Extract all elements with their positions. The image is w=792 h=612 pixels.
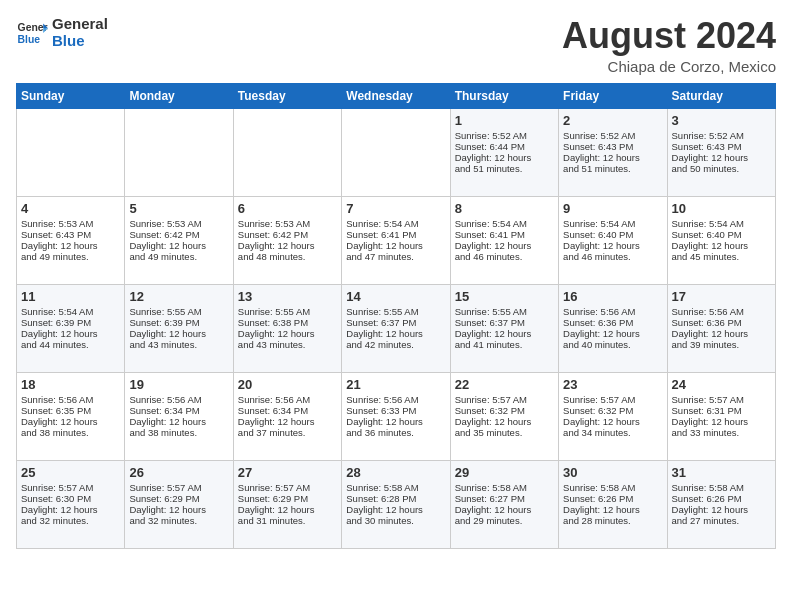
header-cell-wednesday: Wednesday bbox=[342, 83, 450, 108]
day-info-line: Daylight: 12 hours bbox=[129, 504, 228, 515]
day-info-line: Sunrise: 5:57 AM bbox=[455, 394, 554, 405]
day-cell: 5Sunrise: 5:53 AMSunset: 6:42 PMDaylight… bbox=[125, 196, 233, 284]
day-info-line: Daylight: 12 hours bbox=[563, 152, 662, 163]
day-info-line: Sunrise: 5:58 AM bbox=[672, 482, 771, 493]
day-number: 5 bbox=[129, 201, 228, 216]
day-number: 25 bbox=[21, 465, 120, 480]
day-cell: 26Sunrise: 5:57 AMSunset: 6:29 PMDayligh… bbox=[125, 460, 233, 548]
day-info-line: Daylight: 12 hours bbox=[563, 416, 662, 427]
day-number: 26 bbox=[129, 465, 228, 480]
day-info-line: and 46 minutes. bbox=[455, 251, 554, 262]
day-info-line: Sunset: 6:34 PM bbox=[238, 405, 337, 416]
day-info-line: Sunset: 6:30 PM bbox=[21, 493, 120, 504]
day-info-line: and 44 minutes. bbox=[21, 339, 120, 350]
day-info-line: and 48 minutes. bbox=[238, 251, 337, 262]
day-number: 6 bbox=[238, 201, 337, 216]
day-info-line: Sunrise: 5:54 AM bbox=[672, 218, 771, 229]
day-info-line: Sunset: 6:39 PM bbox=[129, 317, 228, 328]
day-info-line: Daylight: 12 hours bbox=[129, 328, 228, 339]
day-info-line: Sunrise: 5:53 AM bbox=[238, 218, 337, 229]
day-info-line: Sunset: 6:37 PM bbox=[455, 317, 554, 328]
day-cell: 20Sunrise: 5:56 AMSunset: 6:34 PMDayligh… bbox=[233, 372, 341, 460]
day-info-line: Daylight: 12 hours bbox=[238, 328, 337, 339]
day-info-line: and 34 minutes. bbox=[563, 427, 662, 438]
day-info-line: and 47 minutes. bbox=[346, 251, 445, 262]
day-info-line: Daylight: 12 hours bbox=[21, 240, 120, 251]
day-info-line: Daylight: 12 hours bbox=[238, 240, 337, 251]
day-cell: 14Sunrise: 5:55 AMSunset: 6:37 PMDayligh… bbox=[342, 284, 450, 372]
day-info-line: and 33 minutes. bbox=[672, 427, 771, 438]
day-info-line: Daylight: 12 hours bbox=[346, 328, 445, 339]
day-info-line: Sunrise: 5:53 AM bbox=[21, 218, 120, 229]
location: Chiapa de Corzo, Mexico bbox=[562, 58, 776, 75]
day-number: 14 bbox=[346, 289, 445, 304]
day-info-line: Sunrise: 5:54 AM bbox=[346, 218, 445, 229]
day-info-line: Daylight: 12 hours bbox=[455, 416, 554, 427]
day-cell: 4Sunrise: 5:53 AMSunset: 6:43 PMDaylight… bbox=[17, 196, 125, 284]
day-info-line: Daylight: 12 hours bbox=[238, 416, 337, 427]
day-info-line: Sunrise: 5:52 AM bbox=[563, 130, 662, 141]
day-cell: 12Sunrise: 5:55 AMSunset: 6:39 PMDayligh… bbox=[125, 284, 233, 372]
week-row-1: 4Sunrise: 5:53 AMSunset: 6:43 PMDaylight… bbox=[17, 196, 776, 284]
page-header: General Blue General Blue August 2024 Ch… bbox=[16, 16, 776, 75]
day-number: 8 bbox=[455, 201, 554, 216]
day-cell: 3Sunrise: 5:52 AMSunset: 6:43 PMDaylight… bbox=[667, 108, 775, 196]
day-info-line: and 30 minutes. bbox=[346, 515, 445, 526]
day-info-line: Sunrise: 5:57 AM bbox=[21, 482, 120, 493]
day-info-line: Sunset: 6:39 PM bbox=[21, 317, 120, 328]
day-info-line: Daylight: 12 hours bbox=[672, 152, 771, 163]
day-info-line: Daylight: 12 hours bbox=[346, 240, 445, 251]
day-number: 11 bbox=[21, 289, 120, 304]
day-number: 20 bbox=[238, 377, 337, 392]
day-number: 27 bbox=[238, 465, 337, 480]
day-info-line: and 31 minutes. bbox=[238, 515, 337, 526]
week-row-3: 18Sunrise: 5:56 AMSunset: 6:35 PMDayligh… bbox=[17, 372, 776, 460]
day-info-line: and 27 minutes. bbox=[672, 515, 771, 526]
day-cell: 19Sunrise: 5:56 AMSunset: 6:34 PMDayligh… bbox=[125, 372, 233, 460]
day-info-line: and 43 minutes. bbox=[238, 339, 337, 350]
day-info-line: and 38 minutes. bbox=[129, 427, 228, 438]
day-cell bbox=[125, 108, 233, 196]
day-info-line: Daylight: 12 hours bbox=[455, 504, 554, 515]
day-info-line: Sunset: 6:41 PM bbox=[346, 229, 445, 240]
day-info-line: Sunrise: 5:55 AM bbox=[455, 306, 554, 317]
day-info-line: Sunrise: 5:55 AM bbox=[129, 306, 228, 317]
day-info-line: and 35 minutes. bbox=[455, 427, 554, 438]
calendar-body: 1Sunrise: 5:52 AMSunset: 6:44 PMDaylight… bbox=[17, 108, 776, 548]
day-info-line: Sunset: 6:43 PM bbox=[672, 141, 771, 152]
day-info-line: and 49 minutes. bbox=[129, 251, 228, 262]
day-info-line: Daylight: 12 hours bbox=[455, 240, 554, 251]
day-info-line: Sunset: 6:42 PM bbox=[238, 229, 337, 240]
week-row-2: 11Sunrise: 5:54 AMSunset: 6:39 PMDayligh… bbox=[17, 284, 776, 372]
day-number: 21 bbox=[346, 377, 445, 392]
day-number: 23 bbox=[563, 377, 662, 392]
day-number: 4 bbox=[21, 201, 120, 216]
day-cell: 9Sunrise: 5:54 AMSunset: 6:40 PMDaylight… bbox=[559, 196, 667, 284]
day-info-line: Daylight: 12 hours bbox=[129, 416, 228, 427]
day-info-line: and 29 minutes. bbox=[455, 515, 554, 526]
day-info-line: Sunrise: 5:56 AM bbox=[346, 394, 445, 405]
day-cell: 27Sunrise: 5:57 AMSunset: 6:29 PMDayligh… bbox=[233, 460, 341, 548]
day-info-line: Sunset: 6:28 PM bbox=[346, 493, 445, 504]
day-info-line: and 28 minutes. bbox=[563, 515, 662, 526]
day-info-line: Sunrise: 5:55 AM bbox=[238, 306, 337, 317]
day-info-line: Sunrise: 5:57 AM bbox=[672, 394, 771, 405]
day-info-line: Sunset: 6:40 PM bbox=[563, 229, 662, 240]
day-info-line: Sunrise: 5:54 AM bbox=[563, 218, 662, 229]
header-cell-monday: Monday bbox=[125, 83, 233, 108]
day-info-line: Daylight: 12 hours bbox=[672, 328, 771, 339]
day-cell: 23Sunrise: 5:57 AMSunset: 6:32 PMDayligh… bbox=[559, 372, 667, 460]
day-info-line: Sunrise: 5:57 AM bbox=[563, 394, 662, 405]
day-number: 12 bbox=[129, 289, 228, 304]
header-cell-thursday: Thursday bbox=[450, 83, 558, 108]
day-info-line: Daylight: 12 hours bbox=[129, 240, 228, 251]
day-cell: 18Sunrise: 5:56 AMSunset: 6:35 PMDayligh… bbox=[17, 372, 125, 460]
day-info-line: Daylight: 12 hours bbox=[238, 504, 337, 515]
day-info-line: Sunset: 6:32 PM bbox=[563, 405, 662, 416]
day-info-line: Sunrise: 5:53 AM bbox=[129, 218, 228, 229]
day-cell: 7Sunrise: 5:54 AMSunset: 6:41 PMDaylight… bbox=[342, 196, 450, 284]
day-number: 13 bbox=[238, 289, 337, 304]
day-cell: 15Sunrise: 5:55 AMSunset: 6:37 PMDayligh… bbox=[450, 284, 558, 372]
day-cell: 24Sunrise: 5:57 AMSunset: 6:31 PMDayligh… bbox=[667, 372, 775, 460]
day-number: 29 bbox=[455, 465, 554, 480]
